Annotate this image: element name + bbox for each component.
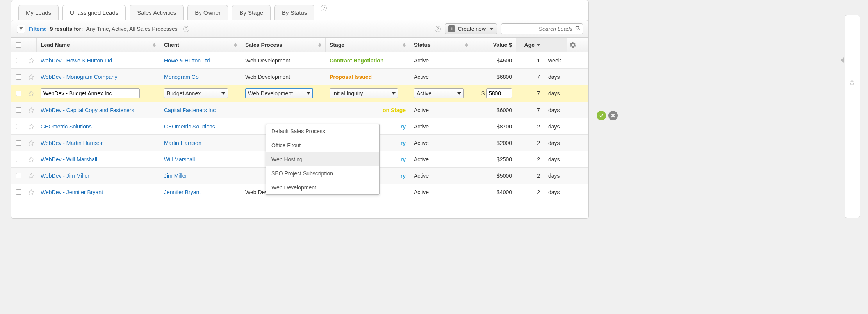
lead-name-input[interactable] bbox=[41, 88, 140, 98]
filters-text: Any Time, Active, All Sales Processes bbox=[86, 26, 178, 32]
table-row: WebDev - Monogram Company Monogram Co We… bbox=[11, 69, 588, 85]
filter-funnel-button[interactable] bbox=[17, 25, 25, 33]
star-icon[interactable] bbox=[28, 57, 34, 64]
select-value: Initial Inquiry bbox=[332, 90, 363, 96]
client-link[interactable]: GEOmetric Solutions bbox=[164, 123, 215, 130]
age-value: 7 bbox=[537, 90, 540, 96]
col-age[interactable]: Age bbox=[516, 38, 544, 52]
tab-by-owner[interactable]: By Owner bbox=[187, 5, 228, 20]
row-checkbox[interactable] bbox=[16, 189, 21, 195]
value-input[interactable] bbox=[486, 88, 512, 98]
sales-process-select[interactable]: Web Development bbox=[245, 88, 313, 98]
help-icon[interactable]: ? bbox=[183, 26, 189, 32]
col-client[interactable]: Client bbox=[160, 38, 241, 52]
row-checkbox[interactable] bbox=[16, 58, 21, 63]
tab-unassigned-leads[interactable]: Unassigned Leads bbox=[62, 5, 126, 20]
row-checkbox[interactable] bbox=[16, 124, 21, 129]
plus-icon: + bbox=[448, 25, 455, 32]
search-input[interactable] bbox=[501, 23, 583, 34]
cancel-edit-button[interactable] bbox=[608, 111, 618, 120]
table-row-editing: Budget Annex Web Development Initial Inq… bbox=[11, 85, 588, 102]
value-text: $6800 bbox=[497, 74, 512, 80]
lead-name-link[interactable]: GEOmetric Solutions bbox=[41, 123, 92, 130]
stage-text: ry bbox=[401, 156, 406, 162]
client-link[interactable]: Jennifer Bryant bbox=[164, 189, 201, 195]
status-select[interactable]: Active bbox=[414, 88, 464, 98]
table-row: WebDev - Capital Copy and Fasteners Capi… bbox=[11, 102, 588, 118]
chevron-down-icon bbox=[392, 92, 396, 95]
help-icon[interactable]: ? bbox=[321, 5, 327, 11]
dropdown-item[interactable]: Default Sales Process bbox=[266, 124, 379, 138]
col-status[interactable]: Status bbox=[410, 38, 472, 52]
row-checkbox[interactable] bbox=[16, 107, 21, 113]
col-sales-process[interactable]: Sales Process bbox=[241, 38, 325, 52]
col-star bbox=[25, 38, 36, 52]
dropdown-item[interactable]: Web Development bbox=[266, 180, 379, 194]
lead-name-link[interactable]: WebDev - Martin Harrison bbox=[41, 140, 104, 146]
lead-name-link[interactable]: WebDev - Jennifer Bryant bbox=[41, 189, 103, 195]
client-select[interactable]: Budget Annex bbox=[164, 88, 228, 98]
help-icon[interactable]: ? bbox=[435, 26, 441, 32]
row-checkbox[interactable] bbox=[16, 173, 21, 178]
value-text: $2500 bbox=[497, 156, 512, 162]
age-value: 7 bbox=[537, 107, 540, 113]
client-link[interactable]: Capital Fasteners Inc bbox=[164, 107, 216, 113]
dropdown-item[interactable]: Web Hosting bbox=[266, 152, 379, 166]
age-unit: days bbox=[548, 173, 560, 179]
row-checkbox[interactable] bbox=[16, 91, 21, 96]
search-leads bbox=[501, 23, 583, 34]
tab-sales-activities[interactable]: Sales Activities bbox=[130, 5, 184, 20]
star-icon[interactable] bbox=[28, 123, 34, 130]
column-settings-button[interactable] bbox=[567, 38, 578, 52]
star-icon[interactable] bbox=[28, 90, 34, 96]
process-text: Web Development bbox=[245, 57, 290, 64]
col-stage[interactable]: Stage bbox=[325, 38, 410, 52]
filters-count: 9 results for: bbox=[50, 26, 83, 32]
confirm-edit-button[interactable] bbox=[597, 111, 606, 120]
dropdown-item[interactable]: SEO Project Subscription bbox=[266, 166, 379, 180]
lead-name-link[interactable]: WebDev - Jim Miller bbox=[41, 173, 89, 179]
client-link[interactable]: Jim Miller bbox=[164, 173, 187, 179]
expand-left-icon[interactable] bbox=[841, 57, 844, 63]
create-new-button[interactable]: + Create new bbox=[445, 23, 497, 34]
lead-name-link[interactable]: WebDev - Capital Copy and Fasteners bbox=[41, 107, 134, 113]
client-link[interactable]: Howe & Hutton Ltd bbox=[164, 57, 210, 64]
star-icon[interactable] bbox=[28, 107, 34, 113]
chevron-down-icon bbox=[221, 92, 225, 95]
col-lead-name[interactable]: Lead Name bbox=[36, 38, 160, 52]
status-text: Active bbox=[414, 107, 429, 113]
col-label: Age bbox=[524, 42, 535, 48]
tab-by-stage[interactable]: By Stage bbox=[232, 5, 271, 20]
tab-my-leads[interactable]: My Leads bbox=[18, 5, 59, 20]
lead-name-link[interactable]: WebDev - Monogram Company bbox=[41, 74, 118, 80]
select-value: Budget Annex bbox=[167, 90, 201, 96]
star-icon[interactable] bbox=[28, 173, 34, 179]
lead-name-link[interactable]: WebDev - Will Marshall bbox=[41, 156, 97, 162]
row-checkbox[interactable] bbox=[16, 74, 21, 80]
row-checkbox[interactable] bbox=[16, 157, 21, 162]
star-icon[interactable] bbox=[28, 156, 34, 162]
col-value[interactable]: Value $ bbox=[472, 38, 516, 52]
dropdown-item-label: Default Sales Process bbox=[271, 128, 325, 134]
row-checkbox[interactable] bbox=[16, 140, 21, 146]
value-text: $2000 bbox=[497, 140, 512, 146]
sort-icon bbox=[403, 43, 406, 47]
dropdown-item[interactable]: Office Fitout bbox=[266, 138, 379, 152]
col-age-unit bbox=[544, 38, 567, 52]
stage-select[interactable]: Initial Inquiry bbox=[330, 88, 398, 98]
lead-name-link[interactable]: WebDev - Howe & Hutton Ltd bbox=[41, 57, 112, 64]
star-icon[interactable] bbox=[849, 79, 855, 86]
client-link[interactable]: Martin Harrison bbox=[164, 140, 201, 146]
client-link[interactable]: Monogram Co bbox=[164, 74, 199, 80]
col-select-all[interactable] bbox=[11, 38, 25, 52]
age-unit: days bbox=[548, 90, 560, 96]
age-value: 2 bbox=[537, 189, 540, 195]
client-link[interactable]: Will Marshall bbox=[164, 156, 195, 162]
sales-process-dropdown: Default Sales Process Office Fitout Web … bbox=[266, 124, 380, 195]
age-unit: days bbox=[548, 140, 560, 146]
star-icon[interactable] bbox=[28, 189, 34, 195]
tab-by-status[interactable]: By Status bbox=[274, 5, 314, 20]
leads-panel: My Leads Unassigned Leads Sales Activiti… bbox=[11, 0, 589, 219]
star-icon[interactable] bbox=[28, 74, 34, 80]
star-icon[interactable] bbox=[28, 140, 34, 146]
